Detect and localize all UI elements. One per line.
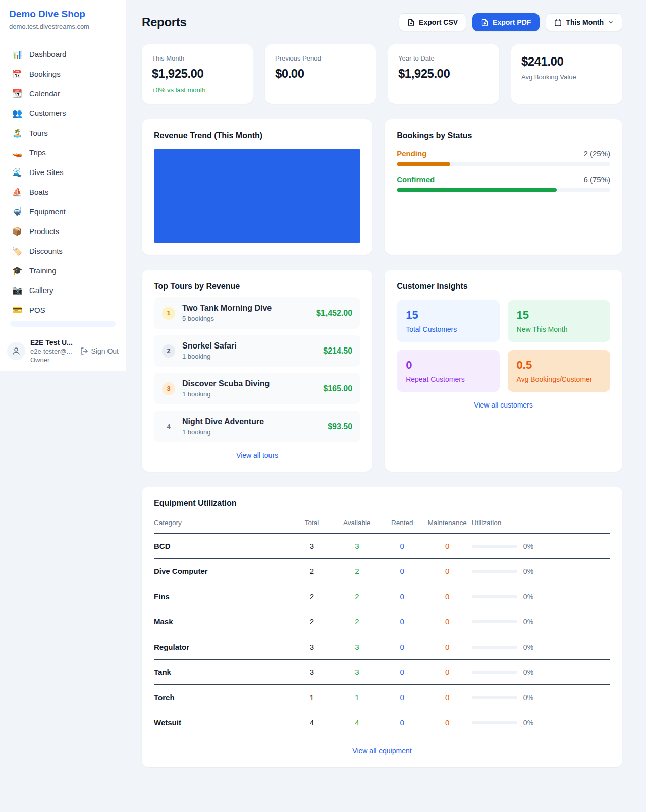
view-all-equipment-link[interactable]: View all equipment <box>154 747 610 755</box>
table-row: Dive Computer 2 2 0 0 0% <box>154 559 610 584</box>
tour-text: Snorkel Safari 1 booking <box>182 341 237 360</box>
brand-header: Demo Dive Shop demo.test.divestreams.com <box>0 0 126 38</box>
table-row: Mask 2 2 0 0 0% <box>154 609 610 634</box>
cell-total: 4 <box>289 710 334 735</box>
rank-badge: 3 <box>162 382 175 395</box>
tile-repeat-customers: 0 Repeat Customers <box>397 350 499 392</box>
cell-available: 2 <box>335 584 380 609</box>
cell-available: 1 <box>335 685 380 710</box>
table-row: Fins 2 2 0 0 0% <box>154 584 610 609</box>
progress-fill <box>397 188 557 192</box>
top-tours-card: Top Tours by Revenue 1 Two Tank Morning … <box>142 270 372 472</box>
cell-category: Tank <box>154 660 289 685</box>
cell-maintenance: 0 <box>424 559 469 584</box>
cell-category: Mask <box>154 609 289 634</box>
sidebar-item-tours[interactable]: 🏝️ Tours <box>5 123 121 143</box>
sidebar-item-pos[interactable]: 💳 POS <box>5 300 121 320</box>
utilization-bar <box>472 545 517 548</box>
tile-value: 0.5 <box>517 359 601 372</box>
sidebar-item-boats[interactable]: ⛵ Boats <box>5 182 121 202</box>
sidebar-item-label: Tours <box>29 129 48 137</box>
stat-label: Avg Booking Value <box>521 73 612 81</box>
sidebar-item-gallery[interactable]: 📷 Gallery <box>5 280 121 300</box>
graduation-cap-icon: 🎓 <box>12 266 22 275</box>
sidebar-item-calendar[interactable]: 📆 Calendar <box>5 84 121 103</box>
utilization-percent: 0% <box>523 593 533 601</box>
tour-text: Discover Scuba Diving 1 booking <box>182 379 270 398</box>
tour-bookings: 1 booking <box>182 428 264 436</box>
tile-label: Repeat Customers <box>406 375 490 383</box>
status-label: Pending <box>397 149 426 158</box>
brand-domain: demo.test.divestreams.com <box>9 23 117 30</box>
sidebar-item-dashboard[interactable]: 📊 Dashboard <box>5 44 121 64</box>
export-csv-label: Export CSV <box>419 18 458 26</box>
col-utilization: Utilization <box>470 513 610 534</box>
sidebar-item-label: Boats <box>29 188 48 196</box>
sidebar-item-bookings[interactable]: 📅 Bookings <box>5 64 121 84</box>
sidebar-item-training[interactable]: 🎓 Training <box>5 261 121 280</box>
sidebar-item-label: Trips <box>29 148 46 157</box>
sidebar-nav: 📊 Dashboard 📅 Bookings 📆 Calendar 👥 Cust… <box>0 38 126 327</box>
table-header-row: Category Total Available Rented Maintena… <box>154 513 610 534</box>
sidebar-item-dive-sites[interactable]: 🌊 Dive Sites <box>5 162 121 182</box>
sidebar-item-products[interactable]: 📦 Products <box>5 221 121 241</box>
bookings-by-status-title: Bookings by Status <box>397 131 610 140</box>
status-head: Pending 2 (25%) <box>397 149 610 158</box>
utilization-bar <box>472 595 517 598</box>
cell-total: 3 <box>289 660 334 685</box>
period-dropdown[interactable]: This Month <box>546 13 622 31</box>
utilization-bar <box>472 721 517 724</box>
col-available: Available <box>335 513 380 534</box>
tour-row: 2 Snorkel Safari 1 booking $214.50 <box>154 335 360 367</box>
stat-card-this-month: This Month $1,925.00 +0% vs last month <box>142 44 253 104</box>
sign-out-button[interactable]: Sign Out <box>80 347 119 355</box>
cell-maintenance: 0 <box>424 710 469 735</box>
sidebar-item-label: Dashboard <box>29 50 66 59</box>
speedboat-icon: 🚤 <box>12 148 22 157</box>
sidebar-item-trips[interactable]: 🚤 Trips <box>5 143 121 162</box>
sidebar-item-discounts[interactable]: 🏷️ Discounts <box>5 241 121 261</box>
tour-amount: $214.50 <box>323 346 352 356</box>
utilization-bar <box>472 570 517 573</box>
cell-total: 1 <box>289 685 334 710</box>
utilization-percent: 0% <box>523 719 533 727</box>
stat-value: $1,925.00 <box>398 67 489 81</box>
tour-bookings: 5 bookings <box>182 315 272 322</box>
table-row: Wetsuit 4 4 0 0 0% <box>154 710 610 735</box>
stat-label: This Month <box>152 54 243 62</box>
sign-out-label: Sign Out <box>91 347 119 355</box>
table-row: Torch 1 1 0 0 0% <box>154 685 610 710</box>
status-row-confirmed: Confirmed 6 (75%) <box>397 175 610 192</box>
insights-row: Top Tours by Revenue 1 Two Tank Morning … <box>142 270 622 472</box>
view-all-customers-link[interactable]: View all customers <box>397 401 610 409</box>
export-pdf-button[interactable]: Export PDF <box>472 13 540 31</box>
export-csv-button[interactable]: Export CSV <box>399 13 466 31</box>
sidebar-item-reports-active-partial[interactable] <box>10 321 116 327</box>
stat-card-avg-booking-value: $241.00 Avg Booking Value <box>511 44 622 104</box>
table-row: Regulator 3 3 0 0 0% <box>154 634 610 660</box>
stats-row: This Month $1,925.00 +0% vs last month P… <box>142 44 622 104</box>
sidebar-item-label: Equipment <box>29 207 66 216</box>
cell-available: 2 <box>335 559 380 584</box>
sidebar-item-equipment[interactable]: 🤿 Equipment <box>5 202 121 221</box>
stat-card-previous-period: Previous Period $0.00 <box>265 44 376 104</box>
sidebar-item-customers[interactable]: 👥 Customers <box>5 103 121 123</box>
cell-rented: 0 <box>380 584 424 609</box>
tile-value: 0 <box>406 359 490 372</box>
utilization-percent: 0% <box>523 618 533 626</box>
period-label: This Month <box>566 18 604 26</box>
wave-icon: 🌊 <box>12 167 22 177</box>
cell-rented: 0 <box>380 609 424 634</box>
tile-value: 15 <box>406 309 490 322</box>
col-category: Category <box>154 513 289 534</box>
sidebar: Demo Dive Shop demo.test.divestreams.com… <box>0 0 126 371</box>
utilization-bar <box>472 696 517 699</box>
cell-category: BCD <box>154 534 289 559</box>
view-all-tours-link[interactable]: View all tours <box>154 451 360 459</box>
cell-category: Wetsuit <box>154 710 289 735</box>
rank-badge: 2 <box>162 344 175 358</box>
user-role: Owner <box>30 356 73 364</box>
tour-text: Night Dive Adventure 1 booking <box>182 417 264 436</box>
stat-card-year-to-date: Year to Date $1,925.00 <box>388 44 499 104</box>
cell-total: 3 <box>289 534 334 559</box>
